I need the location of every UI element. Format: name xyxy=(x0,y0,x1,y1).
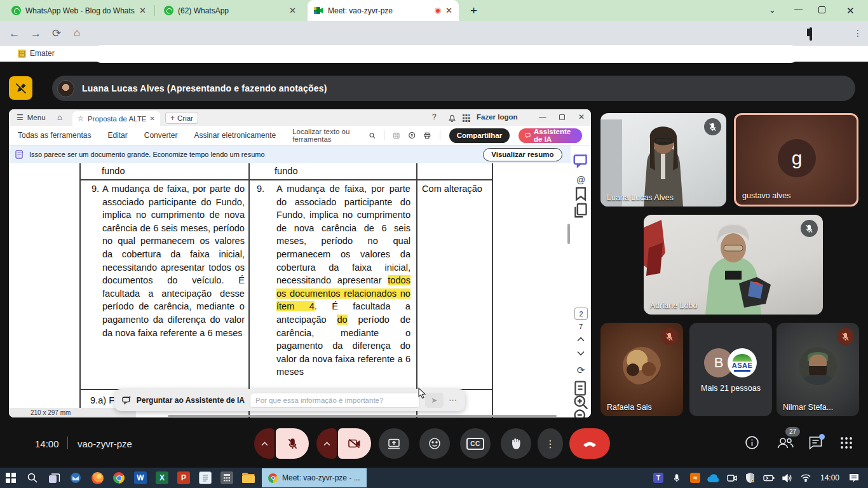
security-shield-tray-icon[interactable] xyxy=(743,470,758,486)
page-fit-icon[interactable] xyxy=(571,381,591,396)
tab-whatsapp-web[interactable]: WhatsApp Web - Blog do WhatsA ✕ xyxy=(5,0,153,21)
share-button[interactable]: Compartilhar xyxy=(449,128,510,143)
more-options-button[interactable]: ⋮ xyxy=(538,428,563,459)
help-icon[interactable]: ? xyxy=(432,112,437,121)
back-icon[interactable]: ← xyxy=(9,27,20,40)
pages-panel-icon[interactable] xyxy=(571,203,591,218)
bell-icon[interactable] xyxy=(449,114,456,122)
onedrive-tray-icon[interactable] xyxy=(706,470,721,486)
page-number-box[interactable]: 2 xyxy=(574,308,588,320)
window-minimize-button[interactable]: — xyxy=(794,4,803,14)
save-icon[interactable] xyxy=(393,132,400,140)
meeting-details-button[interactable] xyxy=(745,435,759,450)
taskbar-clock[interactable]: 14:00 xyxy=(817,473,843,482)
notepad-icon[interactable] xyxy=(194,468,216,488)
microphone-tray-icon[interactable] xyxy=(669,470,684,486)
chrome-icon[interactable] xyxy=(108,468,130,488)
captions-button[interactable]: CC xyxy=(460,428,491,459)
excel-icon[interactable]: X xyxy=(151,468,173,488)
tab-close-icon[interactable]: ✕ xyxy=(289,6,296,15)
find-tools-search[interactable]: Localizar texto ou ferramentas xyxy=(292,128,375,143)
reactions-button[interactable] xyxy=(419,428,450,459)
annotations-disabled-button[interactable] xyxy=(9,76,32,100)
mic-toggle-button[interactable] xyxy=(276,428,309,459)
tile-more-participants[interactable]: B ASAE Mais 21 pessoas xyxy=(689,323,772,416)
send-icon[interactable]: ➤ xyxy=(425,393,444,408)
doc-tab-close-icon[interactable]: ✕ xyxy=(150,115,155,122)
volume-tray-icon[interactable] xyxy=(780,470,795,486)
ai-assistant-panel-icon[interactable] xyxy=(571,153,591,168)
task-view-icon[interactable] xyxy=(43,468,65,488)
upload-share-icon[interactable] xyxy=(409,131,416,140)
calculator-icon[interactable] xyxy=(216,468,238,488)
tab-whatsapp[interactable]: (62) WhatsApp ✕ xyxy=(158,0,302,21)
java-tray-icon[interactable]: ≈ xyxy=(688,470,703,486)
file-explorer-icon[interactable] xyxy=(238,468,259,488)
ask-ai-input[interactable] xyxy=(250,393,420,408)
activities-button[interactable] xyxy=(840,437,853,449)
menu-edit[interactable]: Editar xyxy=(107,131,127,140)
video-tile-nilmar[interactable]: Nilmar Stefa... xyxy=(776,323,859,416)
ai-bar-menu-kebab-icon[interactable]: ⋯ xyxy=(449,395,458,405)
menu-all-tools[interactable]: Todas as ferramentas xyxy=(18,131,91,140)
taskbar-search-icon[interactable] xyxy=(22,468,43,488)
window-maximize-button[interactable] xyxy=(818,6,825,13)
bookmark-emater[interactable]: Emater xyxy=(18,49,55,58)
mail-app-icon[interactable] xyxy=(65,468,86,488)
acrobat-create-button[interactable]: + Criar xyxy=(165,112,198,124)
zoom-in-icon[interactable] xyxy=(571,395,591,410)
apps-grid-icon[interactable] xyxy=(463,114,470,122)
tab-close-icon[interactable]: ✕ xyxy=(445,6,452,15)
video-tile-luana[interactable]: Luana Lucas Alves xyxy=(600,113,726,207)
mic-options-chevron[interactable] xyxy=(254,428,275,459)
comments-icon[interactable]: @ xyxy=(571,172,591,187)
camera-options-chevron[interactable] xyxy=(316,428,337,459)
ai-assistant-button[interactable]: Assistente de IA xyxy=(519,128,582,143)
video-tile-gustavo[interactable]: g gustavo alves xyxy=(734,113,858,207)
chat-button[interactable] xyxy=(808,436,823,450)
rotate-icon[interactable]: ⟳ xyxy=(571,363,591,378)
acrobat-document-tab[interactable]: ☆ Proposta de ALTER... ✕ xyxy=(72,111,160,126)
home-icon[interactable]: ⌂ xyxy=(74,27,80,39)
word-icon[interactable]: W xyxy=(130,468,151,488)
video-tile-adriane[interactable]: Adriane Lobo xyxy=(644,215,823,315)
acrobat-close-button[interactable]: ✕ xyxy=(578,112,585,121)
acrobat-maximize-button[interactable] xyxy=(559,114,565,120)
tab-close-icon[interactable]: ✕ xyxy=(139,6,146,15)
forward-icon[interactable]: → xyxy=(31,27,41,40)
notifications-tray-icon[interactable] xyxy=(846,470,862,486)
camera-toggle-button[interactable] xyxy=(338,428,371,459)
page-up-icon[interactable] xyxy=(577,337,585,342)
firefox-icon[interactable] xyxy=(86,468,108,488)
window-close-button[interactable]: ✕ xyxy=(846,5,855,17)
raise-hand-button[interactable] xyxy=(501,428,531,459)
horizontal-scrollbar[interactable] xyxy=(168,415,557,417)
participants-button[interactable]: 27 xyxy=(776,436,794,450)
reload-icon[interactable]: ⟳ xyxy=(52,27,61,40)
menu-convert[interactable]: Converter xyxy=(144,131,178,140)
teams-tray-icon[interactable]: T xyxy=(651,470,666,486)
present-button[interactable] xyxy=(379,428,409,459)
page-down-icon[interactable] xyxy=(577,351,585,356)
zoom-out-icon[interactable] xyxy=(571,409,591,417)
bookmarks-panel-icon[interactable] xyxy=(571,186,591,201)
battery-tray-icon[interactable] xyxy=(761,470,776,486)
tab-meet[interactable]: Meet: vao-zyvr-pze ✕ xyxy=(308,0,459,21)
wifi-tray-icon[interactable] xyxy=(798,470,813,486)
end-call-button[interactable] xyxy=(569,428,610,459)
video-tile-rafaela[interactable]: Rafaela Sais xyxy=(600,323,683,416)
print-icon[interactable] xyxy=(424,132,431,140)
taskbar-active-window[interactable]: Meet: vao-zyvr-pze - ... xyxy=(262,468,367,487)
acrobat-menu-button[interactable]: ☰ Menu xyxy=(17,113,46,122)
view-summary-button[interactable]: Visualizar resumo xyxy=(483,148,562,161)
acrobat-login-button[interactable]: Fazer logon xyxy=(477,113,518,121)
start-button[interactable] xyxy=(0,468,22,488)
acrobat-minimize-button[interactable]: — xyxy=(539,112,546,120)
vertical-scrollbar[interactable] xyxy=(567,224,570,244)
camera-tray-icon[interactable] xyxy=(724,470,740,486)
acrobat-home-icon[interactable]: ⌂ xyxy=(57,112,62,122)
new-tab-button[interactable]: + xyxy=(470,4,477,18)
browser-menu-kebab-icon[interactable]: ⋮ xyxy=(853,28,862,38)
side-panel-icon[interactable] xyxy=(810,27,812,41)
menu-esign[interactable]: Assinar eletronicamente xyxy=(194,131,276,140)
